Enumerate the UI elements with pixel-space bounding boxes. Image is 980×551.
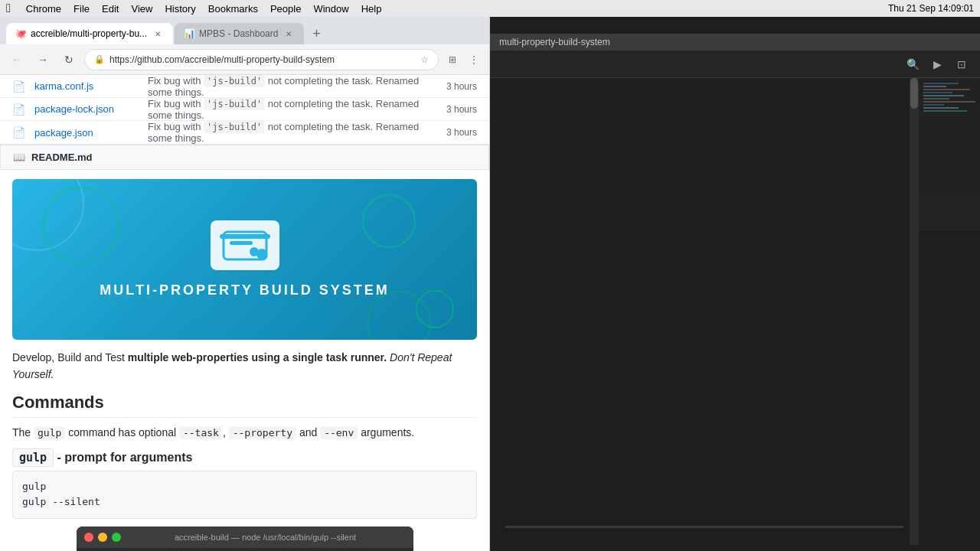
file-name-pkg[interactable]: package.json	[34, 127, 142, 139]
apple-menu[interactable]: 	[6, 2, 11, 15]
tab-mpbs-title: MPBS - Dashboard	[199, 28, 278, 39]
menu-bookmarks[interactable]: Bookmarks	[208, 3, 258, 15]
menu-window[interactable]: Window	[313, 3, 348, 15]
readme-filename: README.md	[31, 152, 92, 163]
menu-chrome[interactable]: Chrome	[26, 3, 61, 15]
menu-view[interactable]: View	[131, 3, 152, 15]
menu-file[interactable]: File	[74, 3, 90, 15]
hero-title: MULTI-PROPERTY BUILD SYSTEM	[100, 282, 389, 298]
vscode-title: multi-property-build-system	[499, 37, 610, 47]
commands-paragraph: The gulp command has optional --task, --…	[12, 424, 477, 442]
hero-circle-3	[416, 290, 454, 328]
tab-bar: 🐙 accreible/multi-property-bu... ✕ 📊 MPB…	[0, 17, 489, 44]
file-name-karma[interactable]: karma.conf.js	[34, 80, 142, 92]
vscode-scrollbar[interactable]	[910, 78, 919, 545]
menu-help[interactable]: Help	[361, 3, 382, 15]
vscode-panel: multi-property-build-system 🔍 ▶ ⊡	[490, 34, 980, 551]
chrome-menu-icon[interactable]: ⋮	[465, 51, 483, 69]
svg-rect-0	[224, 232, 266, 259]
vscode-play-icon[interactable]: ▶	[928, 55, 946, 73]
hero-icon	[211, 220, 279, 270]
svg-point-2	[250, 247, 259, 256]
file-message-pkg: Fix bug with 'js-build' not completing t…	[148, 121, 440, 144]
file-row: 📄 karma.conf.js Fix bug with 'js-build' …	[0, 75, 489, 98]
code-line-2: gulp --silent	[22, 494, 467, 510]
menu-edit[interactable]: Edit	[102, 3, 119, 15]
file-time-pkg: 3 hours	[446, 127, 477, 138]
terminal-titlebar: accreible-build — node /usr/local/bin/gu…	[77, 527, 413, 548]
file-icon: 📄	[12, 80, 25, 93]
address-bar: ← → ↻ 🔒 https://github.com/accreible/mul…	[0, 44, 489, 75]
commands-heading: Commands	[12, 393, 477, 418]
file-message-karma: Fix bug with 'js-build' not completing t…	[148, 75, 440, 98]
vscode-split-icon[interactable]: ⊡	[952, 55, 971, 73]
terminal-close-btn[interactable]	[84, 533, 93, 542]
file-list: 📄 karma.conf.js Fix bug with 'js-build' …	[0, 75, 489, 145]
vscode-editor	[490, 78, 980, 551]
forward-button[interactable]: →	[32, 49, 54, 70]
hero-svg	[222, 230, 268, 261]
hero-banner: MULTI-PROPERTY BUILD SYSTEM	[12, 179, 477, 340]
gulp-code: gulp	[12, 448, 54, 467]
file-row: 📄 package.json Fix bug with 'js-build' n…	[0, 121, 489, 144]
address-bar-icons: ⊞ ⋮	[443, 51, 483, 69]
tab-github-close[interactable]: ✕	[152, 28, 164, 40]
tab-github[interactable]: 🐙 accreible/multi-property-bu... ✕	[6, 23, 173, 44]
new-tab-button[interactable]: +	[305, 23, 327, 44]
vscode-scrollbar-thumb[interactable]	[910, 78, 918, 109]
tab-github-favicon: 🐙	[15, 28, 26, 39]
url-text: https://github.com/accreible/multi-prope…	[109, 54, 416, 65]
tab-mpbs[interactable]: 📊 MPBS - Dashboard ✕	[175, 23, 304, 44]
vscode-line-hint	[505, 526, 903, 528]
tab-github-title: accreible/multi-property-bu...	[31, 28, 147, 39]
vscode-toolbar: 🔍 ▶ ⊡	[490, 51, 980, 78]
hero-circle-2	[362, 194, 416, 248]
chrome-window: 🐙 accreible/multi-property-bu... ✕ 📊 MPB…	[0, 17, 490, 551]
terminal-title: accreible-build — node /usr/local/bin/gu…	[126, 533, 406, 542]
menubar-right-icons: Thu 21 Sep 14:09:01	[888, 3, 974, 14]
vscode-search-icon[interactable]: 🔍	[903, 55, 922, 73]
bookmark-star-icon[interactable]: ☆	[420, 54, 429, 65]
vscode-titlebar: multi-property-build-system	[490, 34, 980, 51]
terminal-prompt: Davids-iMac:accreible-build david$ gulp …	[77, 548, 413, 551]
file-icon: 📄	[12, 126, 25, 139]
file-time-pkglock: 3 hours	[446, 104, 477, 115]
terminal-maximize-btn[interactable]	[112, 533, 121, 542]
code-block: gulp gulp --silent	[12, 471, 477, 520]
mac-menubar:  Chrome File Edit View History Bookmark…	[0, 0, 980, 17]
lock-icon: 🔒	[94, 54, 105, 64]
svg-rect-1	[230, 241, 253, 245]
back-button[interactable]: ←	[6, 49, 28, 70]
menu-history[interactable]: History	[165, 3, 195, 15]
url-bar[interactable]: 🔒 https://github.com/accreible/multi-pro…	[84, 49, 439, 70]
gulp-heading-desc: - prompt for arguments	[54, 451, 192, 464]
file-row: 📄 package-lock.json Fix bug with 'js-bui…	[0, 98, 489, 121]
file-name-pkglock[interactable]: package-lock.json	[34, 103, 142, 115]
menubar-time: Thu 21 Sep 14:09:01	[888, 3, 974, 14]
terminal-screenshot: accreible-build — node /usr/local/bin/gu…	[77, 527, 413, 551]
gulp-heading: gulp - prompt for arguments	[12, 451, 477, 465]
reload-button[interactable]: ↻	[58, 49, 80, 70]
file-icon: 📄	[12, 103, 25, 116]
extensions-icon[interactable]: ⊞	[443, 51, 462, 69]
tab-mpbs-favicon: 📊	[184, 28, 194, 39]
readme-header: 📖 README.md	[0, 145, 489, 170]
readme-description: Develop, Build and Test multiple web-pro…	[12, 349, 477, 383]
code-line-1: gulp	[22, 479, 467, 495]
menu-people[interactable]: People	[270, 3, 301, 15]
file-message-pkglock: Fix bug with 'js-build' not completing t…	[148, 98, 440, 121]
file-time-karma: 3 hours	[446, 81, 477, 92]
terminal-minimize-btn[interactable]	[98, 533, 107, 542]
readme-book-icon: 📖	[13, 152, 25, 163]
vscode-minimap	[919, 78, 980, 231]
tab-mpbs-close[interactable]: ✕	[283, 28, 295, 40]
hero-circle-1	[43, 187, 119, 263]
page-content: 📄 karma.conf.js Fix bug with 'js-build' …	[0, 75, 489, 551]
readme-content: MULTI-PROPERTY BUILD SYSTEM Develop, Bui…	[0, 170, 489, 551]
